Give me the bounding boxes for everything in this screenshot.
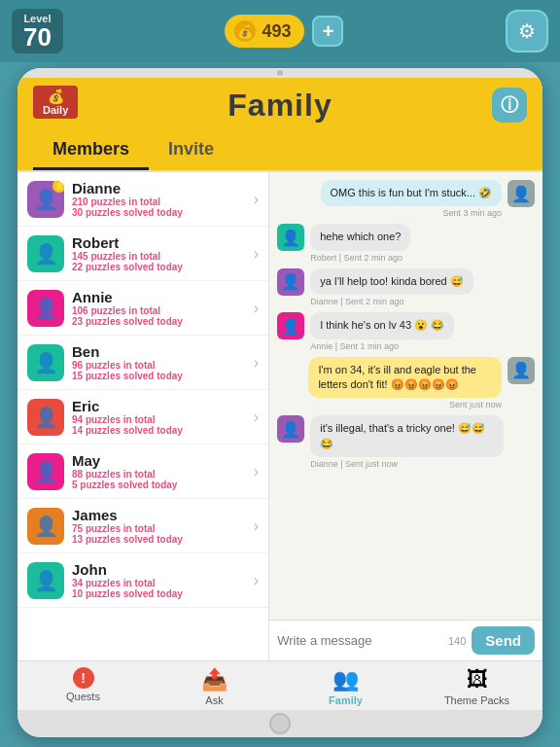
quests-icon: ! <box>73 667 94 689</box>
message-avatar: 👤 <box>277 312 304 339</box>
list-item[interactable]: 👤 John 34 puzzles in total 10 puzzles so… <box>18 553 268 608</box>
nav-item-quests[interactable]: ! Quests <box>18 667 149 706</box>
theme-packs-icon: 🖼 <box>467 667 488 693</box>
group-title: Family <box>228 88 332 124</box>
member-name: Robert <box>72 234 246 251</box>
list-item[interactable]: 👤 Eric 94 puzzles in total 14 puzzles so… <box>18 390 268 445</box>
chat-message: 👤 hehe which one? Robert | Sent 2 min ag… <box>277 224 535 262</box>
message-bubble: ya I'll help too! kinda bored 😅 Dianne |… <box>310 268 473 306</box>
level-number: 70 <box>23 24 52 50</box>
chat-panel: 👤 OMG this is fun but I'm stuck... 🤣 Sen… <box>269 172 542 660</box>
info-button[interactable]: ⓘ <box>492 88 527 123</box>
tablet-frame: 💰 Daily Family ⓘ Members Invite 👤 ⭐ Dian… <box>18 68 542 737</box>
avatar: 👤 ⭐ <box>27 181 64 218</box>
chevron-right-icon: › <box>254 300 259 317</box>
message-meta: Annie | Sent 1 min ago <box>310 341 454 351</box>
chat-input-area: 140 Send <box>269 620 542 660</box>
nav-item-theme-packs[interactable]: 🖼 Theme Packs <box>411 667 542 706</box>
message-bubble: it's illegal, that's a tricky one! 😅😅😂 D… <box>310 415 504 469</box>
person-icon: 👤 <box>34 351 58 374</box>
tab-invite[interactable]: Invite <box>149 131 233 170</box>
avatar-person-icon: 👤 <box>281 229 300 247</box>
send-button[interactable]: Send <box>472 626 535 655</box>
home-button[interactable] <box>269 713 291 734</box>
list-item[interactable]: 👤 ⭐ Dianne 210 puzzles in total 30 puzzl… <box>18 172 268 227</box>
chat-input[interactable] <box>277 633 442 648</box>
member-info: Annie 106 puzzles in total 23 puzzles so… <box>64 289 254 327</box>
avatar-person-icon: 👤 <box>281 317 300 336</box>
member-name: Annie <box>72 289 246 305</box>
member-solved: 13 puzzles solved today <box>72 534 246 545</box>
avatar-person-icon: 👤 <box>281 272 300 291</box>
chevron-right-icon: › <box>254 245 259 263</box>
member-solved: 22 puzzles solved today <box>72 262 246 272</box>
person-icon: 👤 <box>34 406 58 429</box>
avatar: 👤 <box>27 453 64 490</box>
member-info: Dianne 210 puzzles in total 30 puzzles s… <box>64 180 254 218</box>
family-icon: 👥 <box>332 667 359 693</box>
member-info: Robert 145 puzzles in total 22 puzzles s… <box>64 234 254 272</box>
nav-label-quests: Quests <box>66 691 100 702</box>
bottom-nav: ! Quests 📤 Ask 👥 Family 🖼 Theme Packs <box>18 660 542 710</box>
add-coins-button[interactable]: + <box>312 16 343 47</box>
level-label: Level <box>23 13 52 24</box>
chevron-right-icon: › <box>254 572 259 589</box>
chevron-right-icon: › <box>254 463 259 480</box>
main-panel: 👤 ⭐ Dianne 210 puzzles in total 30 puzzl… <box>18 172 542 660</box>
nav-item-ask[interactable]: 📤 Ask <box>149 667 280 706</box>
list-item[interactable]: 👤 May 88 puzzles in total 5 puzzles solv… <box>18 445 268 499</box>
message-meta: Robert | Sent 2 min ago <box>310 253 410 263</box>
settings-button[interactable]: ⚙ <box>506 10 548 53</box>
coins-area: 💰 493 + <box>225 15 343 48</box>
top-bar: Level 70 💰 493 + ⚙ <box>0 0 560 62</box>
avatar-person-icon: 👤 <box>281 420 300 439</box>
avatar-person-icon: 👤 <box>511 185 531 203</box>
message-avatar: 👤 <box>277 268 304 296</box>
chevron-right-icon: › <box>254 191 259 208</box>
chevron-right-icon: › <box>254 409 259 426</box>
person-icon: 👤 <box>34 297 58 320</box>
member-puzzles: 94 puzzles in total <box>72 414 246 425</box>
avatar: 👤 <box>27 235 64 272</box>
char-count: 140 <box>448 635 466 647</box>
member-name: John <box>72 561 246 578</box>
tablet-notch <box>18 68 542 78</box>
member-puzzles: 88 puzzles in total <box>72 469 246 480</box>
coin-badge: 💰 493 <box>225 15 304 48</box>
avatar: 👤 <box>27 290 64 327</box>
member-solved: 23 puzzles solved today <box>72 316 246 327</box>
list-item[interactable]: 👤 Annie 106 puzzles in total 23 puzzles … <box>18 281 268 336</box>
avatar: 👤 <box>27 562 64 599</box>
chat-message: 👤 ya I'll help too! kinda bored 😅 Dianne… <box>277 268 535 306</box>
ask-icon: 📤 <box>201 667 228 693</box>
tabs: Members Invite <box>18 131 542 172</box>
level-box: Level 70 <box>12 9 63 53</box>
message-bubble: OMG this is fun but I'm stuck... 🤣 Sent … <box>321 180 502 218</box>
avatar-person-icon: 👤 <box>511 361 531 379</box>
avatar: 👤 <box>27 344 64 381</box>
coin-amount: 493 <box>262 21 291 42</box>
avatar: 👤 <box>27 508 64 545</box>
chat-message: 👤 it's illegal, that's a tricky one! 😅😅😂… <box>277 415 535 469</box>
member-info: John 34 puzzles in total 10 puzzles solv… <box>64 561 254 599</box>
nav-label-family: Family <box>329 694 363 706</box>
message-meta: Sent 3 min ago <box>321 208 502 218</box>
list-item[interactable]: 👤 James 75 puzzles in total 13 puzzles s… <box>18 499 268 553</box>
member-solved: 5 puzzles solved today <box>72 480 246 490</box>
chat-messages: 👤 OMG this is fun but I'm stuck... 🤣 Sen… <box>269 172 542 620</box>
message-text: hehe which one? <box>310 224 410 250</box>
chat-message: 👤 OMG this is fun but I'm stuck... 🤣 Sen… <box>277 180 535 218</box>
person-icon: 👤 <box>34 515 58 538</box>
list-item[interactable]: 👤 Robert 145 puzzles in total 22 puzzles… <box>18 227 268 281</box>
tab-members[interactable]: Members <box>33 131 149 170</box>
member-name: May <box>72 452 246 469</box>
message-avatar: 👤 <box>508 180 535 207</box>
person-icon: 👤 <box>34 460 58 483</box>
nav-item-family[interactable]: 👥 Family <box>280 667 411 706</box>
message-text: I think he's on lv 43 😮 😂 <box>310 312 454 338</box>
member-puzzles: 210 puzzles in total <box>72 196 246 207</box>
list-item[interactable]: 👤 Ben 96 puzzles in total 15 puzzles sol… <box>18 336 268 390</box>
chat-message: 👤 I'm on 34, it's ill and eagle but the … <box>277 357 535 410</box>
message-text: ya I'll help too! kinda bored 😅 <box>310 268 473 295</box>
daily-label: Daily <box>43 104 68 116</box>
